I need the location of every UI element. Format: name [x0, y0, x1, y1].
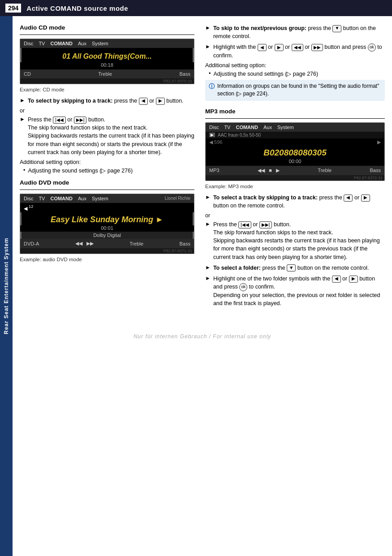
- dvd-screen-topbar: Disc TV COMAND Aux System Lionel Richie: [20, 194, 194, 203]
- side-tab-label: Rear Seat Entertainment System: [3, 238, 9, 334]
- mp3-bottom-ctl: ◀◀ ■ ▶: [258, 168, 280, 173]
- hl-skip-fwd-btn: ▶▶: [311, 44, 323, 51]
- skip-group-text: To skip to the next/previous group: pres…: [213, 24, 385, 40]
- page-number: 294: [5, 4, 21, 13]
- mp3-back-btn: ◀: [344, 194, 353, 202]
- dvd-track-name: Easy Like Sunday Morning ►: [20, 212, 194, 225]
- skip-group-arrow: ►: [205, 25, 211, 31]
- cd-nav-disc: Disc: [24, 41, 33, 46]
- cd-arrow-2: ►: [20, 116, 25, 122]
- mp3-ok-btn: ok: [239, 283, 247, 291]
- cd-caption: Example: CD mode: [20, 87, 194, 92]
- dvd-bottom-bar: DVD-A ◀◀ ▶▶ Treble Bass: [20, 239, 194, 248]
- mp3-part-number: P82.87-8372-31: [206, 175, 384, 181]
- dvd-nav-tv: TV: [39, 196, 45, 201]
- mp3-nav-row: Disc TV COMAND Aux System: [209, 125, 294, 130]
- right-additional-text: Adjusting the sound settings (▷ page 276…: [213, 70, 318, 77]
- side-tab: Rear Seat Entertainment System: [0, 16, 13, 556]
- skip-group-item: ► To skip to the next/previous group: pr…: [205, 24, 385, 40]
- cd-time-info: 00:18: [20, 62, 194, 69]
- cd-skip-fwd-btn: ▶▶|: [74, 116, 87, 124]
- dvd-bottom-ctrl: ◀◀ ▶▶: [75, 241, 94, 246]
- mp3-bottom-left: MP3: [209, 168, 220, 173]
- right-dot: •: [209, 70, 211, 77]
- left-column: Audio CD mode Disc TV COMAND Aux System …: [20, 24, 194, 313]
- hl-fwd-btn: ▶: [275, 44, 284, 51]
- cd-skip-back-btn: |◀◀: [53, 116, 66, 124]
- skip-group-section: ► To skip to the next/previous group: pr…: [205, 24, 385, 101]
- cd-part-number: P82.87-8370-31: [20, 78, 194, 84]
- dvd-part-number: P82.87-8371-31: [20, 248, 194, 254]
- dvd-nav-system: System: [92, 196, 108, 201]
- highlight-arrow: ►: [205, 43, 211, 50]
- mp3-folder-item: ► To select a folder: press the ▼ button…: [205, 264, 385, 272]
- cd-track-info: 01 All Good Things(Com...: [20, 48, 194, 62]
- dvd-format: Dolby Digital: [20, 232, 194, 239]
- mp3-bottom-bar: MP3 ◀◀ ■ ▶ Treble Bass: [206, 166, 384, 175]
- mp3-nav-tv: TV: [224, 125, 230, 130]
- watermark: Nur für internen Gebrauch / For internal…: [13, 326, 392, 343]
- cd-bottom-left: CD: [24, 71, 31, 77]
- mp3-or: or: [205, 212, 385, 219]
- cd-skip-btn-item: ► Press the |◀◀ or ▶▶| button. The skip …: [20, 116, 194, 156]
- cd-screen: Disc TV COMAND Aux System 01 All Good Th…: [20, 39, 194, 84]
- audio-dvd-heading: Audio DVD mode: [20, 179, 194, 186]
- highlight-text: Highlight with the ◀ or ▶ or ◀◀ or ▶▶ bu…: [213, 43, 385, 60]
- cd-nav-comand: COMAND: [50, 41, 73, 46]
- dvd-bottom-left: DVD-A: [24, 241, 39, 246]
- cd-bottom-bar: CD Treble Bass: [20, 69, 194, 78]
- mp3-fwd-btn: ▶: [361, 194, 370, 202]
- hl-back-btn: ◀: [258, 44, 267, 51]
- info-text: Information on groups can be found in th…: [217, 82, 381, 98]
- dvd-artist: Lionel Richie: [165, 196, 190, 201]
- cd-additional-label: Additional setting option:: [20, 159, 194, 165]
- cd-skip-text: Press the |◀◀ or ▶▶| button. The skip fo…: [28, 116, 194, 156]
- audio-cd-heading: Audio CD mode: [20, 24, 194, 31]
- cd-bottom-right: Bass: [180, 71, 190, 77]
- mp3-folder-highlight-item: ► Highlight one of the two folder symbol…: [205, 275, 385, 307]
- cd-additional-item: • Adjusting the sound settings (▷ page 2…: [23, 167, 194, 174]
- mp3-tag-text: AAC fraun 0,5s 50-50: [218, 133, 261, 138]
- mp3-select-track-text: To select a track by skipping to a track…: [213, 194, 385, 210]
- mp3-track-id-bar: ◀ 596 ▶: [206, 138, 384, 146]
- mp3-time: 00:00: [206, 159, 384, 166]
- mp3-skip-text: Press the |◀◀ or ▶▶| button. The skip fo…: [213, 220, 385, 261]
- dvd-caption: Example: audio DVD mode: [20, 257, 194, 262]
- mp3-skip-item: ► Press the |◀◀ or ▶▶| button. The skip …: [205, 220, 385, 261]
- page-title: Active COMAND source mode: [26, 4, 128, 12]
- cd-nav-row: Disc TV COMAND Aux System: [24, 41, 108, 46]
- right-additional-item: • Adjusting the sound settings (▷ page 2…: [209, 70, 385, 77]
- mp3-bottom-treble: Treble: [318, 168, 332, 173]
- hl-ok-btn: ok: [368, 43, 376, 52]
- cd-arrow-1: ►: [20, 97, 25, 103]
- cd-nav-tv: TV: [39, 41, 45, 46]
- dvd-nav-row: Disc TV COMAND Aux System: [24, 196, 108, 201]
- cd-nav-aux: Aux: [78, 41, 86, 46]
- mp3-nav-system: System: [277, 125, 294, 130]
- mp3-bottom-bass: Bass: [370, 168, 381, 173]
- mp3-nav-disc: Disc: [209, 125, 219, 130]
- mp3-hl-back-btn: ◀: [332, 276, 341, 283]
- right-additional-label: Additional setting option:: [205, 62, 385, 69]
- dvd-nav-disc: Disc: [24, 196, 33, 201]
- mp3-heading: MP3 mode: [205, 108, 385, 115]
- dvd-divider: [20, 190, 194, 190]
- info-icon: ⓘ: [209, 82, 215, 98]
- cd-select-track-item: ► To select by skipping to a track: pres…: [20, 97, 194, 105]
- mp3-arrow-1: ►: [205, 194, 211, 200]
- info-box: ⓘ Information on groups can be found in …: [205, 80, 385, 101]
- main-content: Audio CD mode Disc TV COMAND Aux System …: [13, 16, 392, 326]
- mp3-nav-comand: COMAND: [236, 125, 258, 130]
- dvd-track-num: ◀ 12: [20, 203, 194, 213]
- cd-bottom-center: Treble: [98, 71, 112, 77]
- mp3-track-name: B020808080305: [206, 146, 384, 159]
- dvd-bottom-treble: Treble: [129, 241, 143, 246]
- cd-dot-bullet: •: [23, 167, 25, 173]
- audio-dvd-section: Audio DVD mode Disc TV COMAND Aux System…: [20, 179, 194, 263]
- mp3-tag-bar: ▶ AAC fraun 0,5s 50-50: [206, 132, 384, 138]
- mp3-skip-back-btn: |◀◀: [238, 221, 251, 228]
- dvd-screen: Disc TV COMAND Aux System Lionel Richie …: [20, 194, 194, 254]
- mp3-folder-text: To select a folder: press the ▼ button o…: [213, 264, 369, 272]
- mp3-divider: [205, 118, 385, 119]
- hl-skip-back-btn: ◀◀: [292, 44, 303, 51]
